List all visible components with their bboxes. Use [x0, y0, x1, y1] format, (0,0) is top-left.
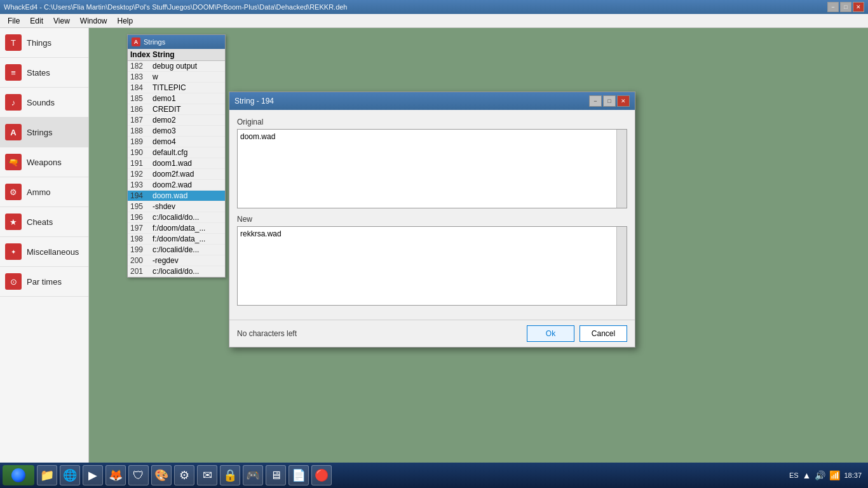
strings-table-row[interactable]: 195-shdev — [128, 201, 225, 212]
new-textarea[interactable] — [238, 227, 616, 303]
minimize-button[interactable]: − — [827, 2, 839, 12]
dialog-title: String - 194 — [234, 97, 274, 105]
menu-edit[interactable]: Edit — [25, 15, 48, 27]
row-index: 182 — [130, 62, 153, 71]
taskbar-mail-icon[interactable]: ✉ — [197, 465, 217, 485]
taskbar-tool-icon[interactable]: ⚙ — [174, 465, 194, 485]
sidebar-item-par[interactable]: ⊙ Par times — [0, 267, 88, 297]
dialog-close-button[interactable]: ✕ — [617, 95, 630, 107]
menu-bar: File Edit View Window Help — [0, 14, 868, 28]
sidebar-item-ammo[interactable]: ⚙ Ammo — [0, 177, 88, 207]
taskbar-clock: 18:37 — [844, 471, 862, 479]
sidebar-item-strings[interactable]: A Strings — [0, 118, 88, 147]
row-string: -regdev — [153, 256, 222, 265]
taskbar-pdf-icon[interactable]: 📄 — [288, 465, 309, 485]
sidebar-item-states-label: States — [27, 68, 50, 78]
sidebar-item-par-label: Par times — [27, 277, 62, 287]
strings-table-row[interactable]: 190default.cfg — [128, 147, 225, 158]
col-header-index: Index — [130, 50, 153, 59]
strings-table-row[interactable]: 199c:/localid/de... — [128, 245, 225, 255]
sidebar-item-cheats[interactable]: ★ Cheats — [0, 207, 88, 237]
sidebar-item-ammo-label: Ammo — [27, 187, 51, 197]
menu-help[interactable]: Help — [112, 15, 139, 27]
taskbar-shield-icon[interactable]: 🛡 — [128, 465, 149, 485]
string-dialog: String - 194 − □ ✕ Original New — [229, 92, 635, 348]
row-index: 185 — [130, 94, 153, 103]
sidebar: T Things ≡ States ♪ Sounds A Strings 🔫 W… — [0, 28, 89, 463]
sidebar-item-cheats-label: Cheats — [27, 217, 53, 227]
strings-table-row[interactable]: 183w — [128, 72, 225, 83]
row-index: 193 — [130, 180, 153, 189]
sidebar-item-things[interactable]: T Things — [0, 28, 88, 58]
row-string: default.cfg — [153, 148, 222, 157]
taskbar-explorer-icon[interactable]: 📁 — [37, 465, 57, 485]
row-string: f:/doom/data_... — [153, 224, 222, 233]
status-text: No characters left — [237, 329, 297, 338]
strings-table-row[interactable]: 187demo2 — [128, 115, 225, 126]
taskbar-lock-icon[interactable]: 🔒 — [220, 465, 240, 485]
row-index: 196 — [130, 213, 153, 222]
strings-table-row[interactable]: 188demo3 — [128, 126, 225, 137]
states-icon: ≡ — [5, 64, 22, 81]
strings-table-row[interactable]: 185demo1 — [128, 93, 225, 104]
taskbar-firefox-icon[interactable]: 🦊 — [105, 465, 126, 485]
maximize-button[interactable]: □ — [840, 2, 851, 12]
row-string: c:/localid/do... — [153, 213, 222, 222]
new-scrollbar[interactable] — [616, 227, 627, 305]
start-button[interactable] — [3, 465, 34, 485]
row-index: 183 — [130, 72, 153, 81]
strings-table-row[interactable]: 184TITLEPIC — [128, 83, 225, 93]
taskbar-media-icon[interactable]: ▶ — [83, 465, 103, 485]
original-scrollbar[interactable] — [616, 130, 627, 208]
row-string: demo1 — [153, 94, 222, 103]
main-layout: T Things ≡ States ♪ Sounds A Strings 🔫 W… — [0, 28, 868, 463]
taskbar-arrow-icon[interactable]: ▲ — [803, 470, 811, 480]
original-textarea-container — [237, 129, 627, 208]
strings-table-row[interactable]: 191doom1.wad — [128, 158, 225, 169]
strings-table-row[interactable]: 200-regdev — [128, 255, 225, 266]
sounds-icon: ♪ — [5, 94, 22, 111]
taskbar-speaker-icon[interactable]: 🔊 — [815, 470, 825, 480]
strings-icon: A — [5, 124, 22, 140]
strings-table-row[interactable]: 198f:/doom/data_... — [128, 234, 225, 245]
ok-button[interactable]: Ok — [527, 325, 574, 342]
dialog-minimize-button[interactable]: − — [589, 95, 602, 107]
original-textarea[interactable] — [238, 130, 616, 206]
row-string: w — [153, 72, 222, 81]
strings-table-row[interactable]: 194doom.wad — [128, 191, 225, 201]
strings-table-row[interactable]: 197f:/doom/data_... — [128, 223, 225, 234]
strings-table-row[interactable]: 186CREDIT — [128, 104, 225, 115]
menu-file[interactable]: File — [3, 15, 25, 27]
sidebar-item-sounds-label: Sounds — [27, 98, 55, 107]
strings-table-row[interactable]: 189demo4 — [128, 137, 225, 147]
row-string: doom2f.wad — [153, 170, 222, 179]
menu-view[interactable]: View — [48, 15, 75, 27]
taskbar-browser-icon[interactable]: 🌐 — [60, 465, 80, 485]
weapons-icon: 🔫 — [5, 154, 22, 170]
menu-window[interactable]: Window — [75, 15, 112, 27]
taskbar-network-icon[interactable]: 📶 — [829, 470, 840, 480]
taskbar-game-icon[interactable]: 🎮 — [243, 465, 263, 485]
taskbar-screen-icon[interactable]: 🖥 — [266, 465, 286, 485]
taskbar-extra1-icon[interactable]: 🔴 — [311, 465, 332, 485]
strings-table-row[interactable]: 196c:/localid/do... — [128, 212, 225, 223]
row-string: TITLEPIC — [153, 83, 222, 92]
cancel-button[interactable]: Cancel — [580, 325, 627, 342]
dialog-footer: No characters left Ok Cancel — [229, 320, 635, 347]
strings-table-row[interactable]: 192doom2f.wad — [128, 169, 225, 180]
strings-table-row[interactable]: 182debug output — [128, 61, 225, 72]
taskbar-language: ES — [789, 471, 799, 479]
sidebar-item-misc[interactable]: ✦ Miscellaneous — [0, 237, 88, 267]
strings-table-row[interactable]: 201c:/localid/do... — [128, 266, 225, 277]
dialog-body: Original New — [229, 110, 635, 320]
strings-table-row[interactable]: 193doom2.wad — [128, 180, 225, 191]
row-index: 188 — [130, 126, 153, 135]
dialog-maximize-button[interactable]: □ — [603, 95, 616, 107]
taskbar-paint-icon[interactable]: 🎨 — [151, 465, 172, 485]
sidebar-item-weapons[interactable]: 🔫 Weapons — [0, 147, 88, 177]
sidebar-item-sounds[interactable]: ♪ Sounds — [0, 88, 88, 118]
taskbar: 📁 🌐 ▶ 🦊 🛡 🎨 ⚙ ✉ 🔒 🎮 🖥 📄 🔴 ES ▲ 🔊 📶 18:37 — [0, 463, 868, 488]
close-button[interactable]: ✕ — [853, 2, 864, 12]
sidebar-item-states[interactable]: ≡ States — [0, 58, 88, 88]
sidebar-item-things-label: Things — [27, 38, 51, 48]
